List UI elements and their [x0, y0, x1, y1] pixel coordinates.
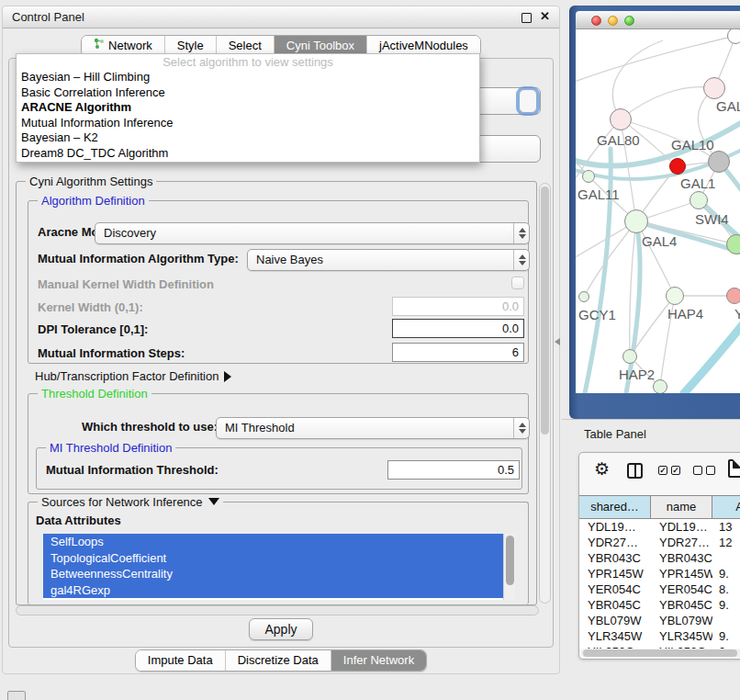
- scrollbar-thumb[interactable]: [583, 649, 737, 657]
- splitpane-collapse-arrow[interactable]: [555, 338, 560, 345]
- scrollbar-thumb[interactable]: [541, 186, 549, 435]
- expand-arrow-icon[interactable]: [224, 371, 231, 382]
- network-node-gal4[interactable]: [624, 209, 648, 233]
- table-row[interactable]: YDR27…YDR27…12: [579, 535, 740, 550]
- network-node-gal1[interactable]: [669, 158, 686, 175]
- aracne-mode-select[interactable]: Discovery: [95, 222, 530, 244]
- data-attribute-item-gal4rgexp[interactable]: gal4RGexp: [43, 582, 503, 599]
- table-horizontal-scrollbar[interactable]: [581, 649, 740, 657]
- algorithm-option-basic-correlation-inference[interactable]: Basic Correlation Inference: [17, 85, 479, 101]
- table-cell: YIL052C: [651, 644, 712, 649]
- table-cell: YBR043C: [651, 550, 712, 566]
- network-node-gal11[interactable]: [582, 170, 595, 183]
- table-toolbar: ⚙ ✓✓: [579, 453, 740, 493]
- table-row[interactable]: YDL19…YDL19…13: [579, 519, 740, 535]
- network-node-gcy1[interactable]: [578, 291, 589, 302]
- tab-infer-network[interactable]: Infer Network: [331, 650, 426, 671]
- hidden-panel-icon[interactable]: [7, 691, 26, 700]
- dpi-tolerance-field[interactable]: 0.0: [392, 319, 524, 338]
- table-row[interactable]: YBL079WYBL079W: [579, 613, 740, 628]
- algorithm-option-mutual-information-inference[interactable]: Mutual Information Inference: [17, 116, 479, 131]
- table-row[interactable]: YLR345WYLR345W9.: [579, 628, 740, 644]
- table-cell: YDL19…: [651, 519, 712, 535]
- hub-transcription-section[interactable]: Hub/Transcription Factor Definition: [35, 369, 231, 383]
- select-all-checks-icon[interactable]: ✓✓: [658, 466, 680, 475]
- algorithm-option-aracne-algorithm[interactable]: ARACNE Algorithm: [17, 100, 479, 116]
- apply-button[interactable]: Apply: [249, 618, 313, 640]
- table-row[interactable]: YIL052CYIL052C9: [579, 644, 740, 649]
- network-node-swi4[interactable]: [726, 234, 740, 254]
- table-cell: YPR145W: [579, 566, 651, 581]
- table-cell: YDL19…: [579, 519, 651, 535]
- network-node-gal80[interactable]: [610, 108, 632, 130]
- tab-label: Impute Data: [148, 650, 213, 671]
- data-attribute-item-betweennesscentrality[interactable]: BetweennessCentrality: [43, 566, 503, 582]
- collapse-arrow-icon[interactable]: [208, 498, 219, 505]
- column-header-a[interactable]: A: [712, 495, 740, 519]
- zoom-traffic-light-icon[interactable]: [624, 16, 634, 26]
- table-cell: 9: [712, 644, 740, 649]
- table-row[interactable]: YPR145WYPR145W9.: [579, 566, 740, 581]
- table-row[interactable]: YBR043CYBR043C: [579, 550, 740, 566]
- node-label-gal: GAL: [716, 98, 740, 114]
- table-cell: YLR345W: [651, 628, 712, 644]
- network-node[interactable]: [690, 191, 708, 209]
- data-attribute-item-selfloops[interactable]: SelfLoops: [43, 534, 503, 550]
- tab-impute-data[interactable]: Impute Data: [136, 650, 225, 671]
- control-panel-titlebar[interactable]: Control Panel ✕: [3, 6, 559, 28]
- column-header-name[interactable]: name: [651, 495, 712, 519]
- column-view-icon[interactable]: [627, 463, 643, 479]
- network-node-y[interactable]: [726, 288, 740, 304]
- manual-kernel-width-checkbox[interactable]: [511, 277, 524, 289]
- network-node-gal10[interactable]: [708, 151, 730, 173]
- network-window-titlebar[interactable]: [576, 11, 740, 29]
- close-icon[interactable]: ✕: [540, 9, 550, 23]
- table-row[interactable]: YBR045CYBR045C9.: [579, 597, 740, 613]
- node-label-gal10: GAL10: [671, 137, 714, 152]
- table-cell: YER054C: [579, 581, 651, 597]
- network-canvas[interactable]: GALGAL80GAL10GAL1GAL11GAL4SWI4GCY1HAP4YH…: [576, 29, 740, 393]
- table-cell: YLR345W: [579, 628, 651, 644]
- node-label-gal1: GAL1: [680, 175, 715, 191]
- sources-title: Sources for Network Inference: [38, 495, 223, 509]
- column-header-shared[interactable]: shared…: [579, 495, 651, 519]
- settings-horizontal-scrollbar[interactable]: [16, 605, 539, 615]
- network-node-hap2[interactable]: [622, 349, 637, 364]
- algorithm-option-dream8-dc-tdc-algorithm[interactable]: Dream8 DC_TDC Algorithm: [17, 146, 479, 162]
- node-label-gal80: GAL80: [597, 132, 640, 148]
- algorithm-combobox-spinner[interactable]: [519, 89, 537, 113]
- deselect-all-checks-icon[interactable]: [693, 466, 715, 475]
- float-window-icon[interactable]: [521, 13, 532, 23]
- settings-vertical-scrollbar[interactable]: [539, 183, 551, 604]
- file-icon[interactable]: [728, 459, 740, 478]
- minimize-traffic-light-icon[interactable]: [608, 16, 618, 26]
- algorithm-option-bayesian-hill-climbing[interactable]: Bayesian – Hill Climbing: [17, 70, 479, 85]
- mi-threshold-field[interactable]: 0.5: [387, 460, 520, 480]
- gear-icon[interactable]: ⚙: [594, 458, 610, 480]
- which-threshold-select[interactable]: MI Threshold: [216, 417, 530, 439]
- data-attribute-item-topologicalcoefficient[interactable]: TopologicalCoefficient: [43, 550, 503, 567]
- node-label-y: Y: [734, 306, 740, 322]
- threshold-definition-title: Threshold Definition: [38, 387, 151, 401]
- cyni-algorithm-settings-group: Cyni Algorithm Settings Algorithm Defini…: [16, 181, 537, 605]
- table-cell: YER054C: [651, 581, 712, 597]
- list-scrollbar[interactable]: [503, 534, 515, 600]
- tab-discretize-data[interactable]: Discretize Data: [225, 650, 331, 671]
- network-node[interactable]: [727, 29, 740, 44]
- close-traffic-light-icon[interactable]: [591, 16, 601, 26]
- kernel-width-label: Kernel Width (0,1):: [38, 300, 143, 314]
- algorithm-option-bayesian-k2[interactable]: Bayesian – K2: [17, 130, 479, 146]
- network-node-gal[interactable]: [703, 77, 725, 99]
- mi-algorithm-type-select[interactable]: Naive Bayes: [247, 249, 530, 271]
- network-node[interactable]: [653, 379, 667, 393]
- dpi-tolerance-label: DPI Tolerance [0,1]:: [38, 322, 148, 336]
- kernel-width-field[interactable]: 0.0: [392, 297, 524, 316]
- algorithm-definition-title: Algorithm Definition: [38, 194, 149, 208]
- table-cell: 9.: [712, 566, 740, 581]
- mi-algorithm-type-value: Naive Bayes: [256, 253, 323, 266]
- table-row[interactable]: YER054CYER054C8.: [579, 581, 740, 597]
- network-node-hap4[interactable]: [666, 287, 684, 305]
- table-cell: [712, 550, 740, 566]
- mi-steps-field[interactable]: 6: [392, 343, 524, 362]
- scrollbar-thumb[interactable]: [506, 536, 514, 585]
